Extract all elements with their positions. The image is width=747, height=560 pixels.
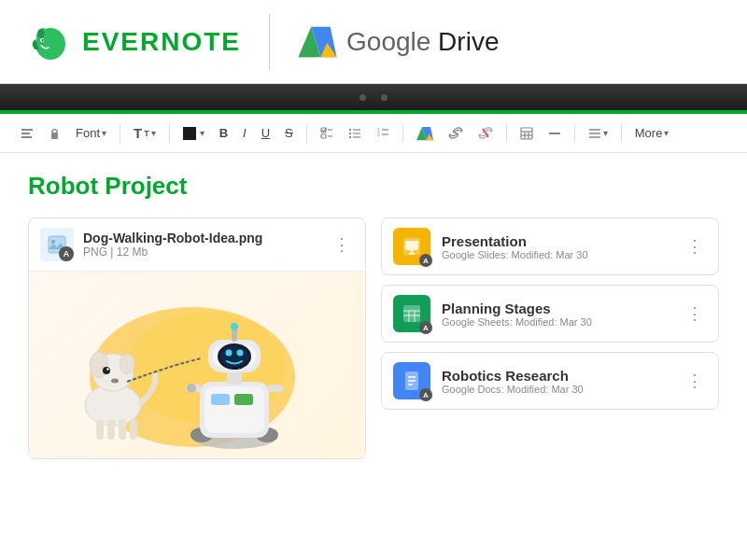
file-info: Dog-Walking-Robot-Idea.png PNG | 12 Mb — [83, 231, 320, 259]
font-chevron-icon: ▾ — [102, 128, 106, 138]
toolbar-separator-5 — [506, 124, 507, 143]
presentation-name: Presentation — [442, 233, 671, 249]
italic-button[interactable]: I — [237, 123, 252, 143]
lock-icon-button[interactable] — [43, 124, 66, 143]
robotics-more-button[interactable]: ⋮ — [683, 371, 707, 391]
svg-point-43 — [51, 240, 55, 244]
numbered-list-button[interactable]: 12 — [371, 124, 395, 142]
font-size-sub-label: T — [144, 129, 149, 138]
font-size-button[interactable]: T T ▾ — [128, 122, 162, 144]
align-chevron-icon: ▾ — [603, 128, 608, 138]
svg-point-74 — [231, 323, 238, 330]
font-label: Font — [76, 126, 100, 140]
align-icon — [588, 128, 601, 139]
svg-rect-15 — [321, 134, 326, 138]
file-size: 12 Mb — [117, 245, 148, 259]
sheets-avatar-badge: A — [419, 321, 432, 334]
svg-point-4 — [42, 39, 44, 41]
align-button[interactable]: ▾ — [583, 125, 613, 142]
table-icon — [520, 127, 533, 140]
svg-rect-33 — [521, 128, 532, 139]
hr-icon — [548, 129, 561, 138]
toolbar-separator-7 — [621, 124, 622, 143]
bold-button[interactable]: B — [214, 123, 233, 143]
svg-rect-54 — [107, 419, 115, 440]
list-item[interactable]: A Planning Stages Google Sheets: Modifie… — [381, 285, 719, 343]
list-item[interactable]: A Robotics Research Google Docs: Modifie… — [381, 352, 719, 410]
planning-meta: Google Sheets: Modified: Mar 30 — [442, 316, 671, 328]
svg-rect-73 — [232, 329, 237, 342]
logo-divider — [269, 14, 270, 70]
underline-label: U — [261, 126, 270, 140]
gdrive-logo: Google Drive — [298, 25, 499, 59]
slides-avatar-badge: A — [419, 254, 432, 267]
laptop-dot — [381, 94, 388, 101]
color-swatch — [183, 127, 196, 140]
file-avatar-badge: A — [59, 246, 74, 261]
font-button[interactable]: Font ▾ — [70, 123, 112, 143]
strike-label: S — [285, 126, 293, 140]
presentation-meta: Google Slides: Modified: Mar 30 — [442, 249, 671, 260]
svg-point-75 — [187, 384, 196, 393]
svg-point-19 — [349, 133, 351, 134]
docs-icon-wrap: A — [393, 362, 430, 399]
docs-avatar-badge: A — [419, 388, 432, 401]
checklist-button[interactable] — [315, 124, 339, 142]
sheets-file-icon — [401, 302, 423, 325]
link-icon — [448, 127, 463, 139]
unlink-button[interactable] — [472, 124, 499, 142]
bullet-list-icon — [348, 127, 361, 139]
svg-rect-61 — [204, 386, 264, 433]
svg-rect-56 — [130, 419, 137, 440]
underline-button[interactable]: U — [256, 123, 275, 143]
svg-point-18 — [349, 129, 351, 131]
table-button[interactable] — [514, 124, 539, 143]
slides-icon-wrap: A — [393, 228, 430, 265]
image-card-header: A Dog-Walking-Robot-Idea.png PNG | 12 Mb… — [29, 218, 365, 272]
note-title: Robot Project — [28, 172, 719, 201]
drive-insert-button[interactable] — [411, 123, 439, 144]
evernote-elephant-icon — [28, 20, 73, 64]
checklist-icon — [320, 127, 333, 139]
numbered-list-icon: 12 — [376, 127, 389, 139]
strikethrough-button[interactable]: S — [279, 123, 299, 143]
color-button[interactable]: ▾ — [177, 124, 210, 143]
more-button[interactable]: More ▾ — [629, 123, 675, 143]
file-list: A Presentation Google Slides: Modified: … — [381, 217, 719, 459]
toolbar: Font ▾ T T ▾ ▾ B I U S 12 — [0, 114, 747, 153]
lock-icon — [49, 127, 61, 140]
svg-rect-10 — [21, 129, 33, 131]
svg-point-51 — [106, 368, 108, 370]
planning-info: Planning Stages Google Sheets: Modified:… — [442, 301, 671, 328]
presentation-more-button[interactable]: ⋮ — [683, 236, 707, 257]
svg-rect-55 — [119, 419, 126, 440]
more-label: More — [635, 126, 663, 140]
cards-grid: A Dog-Walking-Robot-Idea.png PNG | 12 Mb… — [28, 217, 719, 459]
robotics-name: Robotics Research — [442, 368, 671, 384]
svg-rect-80 — [403, 305, 420, 322]
image-card-more-button[interactable]: ⋮ — [330, 234, 354, 255]
list-item[interactable]: A Presentation Google Slides: Modified: … — [381, 217, 719, 275]
docs-file-icon — [401, 370, 423, 392]
sheets-icon-wrap: A — [393, 295, 430, 332]
header-bar: EVERNOTE Google Drive — [0, 0, 747, 84]
toolbar-separator-6 — [574, 124, 575, 143]
svg-text:2: 2 — [377, 132, 380, 137]
svg-point-50 — [103, 367, 110, 374]
robot-scene-svg — [48, 274, 346, 456]
file-meta: PNG | 12 Mb — [83, 245, 320, 259]
font-size-chevron-icon: ▾ — [151, 128, 156, 138]
file-thumb-wrapper: A — [40, 228, 74, 261]
format-icon-button[interactable] — [15, 124, 39, 143]
svg-rect-12 — [21, 136, 32, 138]
planning-more-button[interactable]: ⋮ — [683, 303, 707, 324]
drive-toolbar-icon — [416, 126, 433, 141]
main-content: Robot Project A Dog-Walking-Robot-Idea — [0, 153, 747, 560]
bullet-list-button[interactable] — [343, 124, 367, 142]
toolbar-separator-2 — [169, 124, 170, 143]
color-chevron-icon: ▾ — [200, 128, 204, 138]
link-button[interactable] — [443, 124, 469, 142]
laptop-dot — [359, 94, 366, 101]
hr-button[interactable] — [543, 126, 567, 141]
svg-rect-65 — [268, 385, 283, 392]
